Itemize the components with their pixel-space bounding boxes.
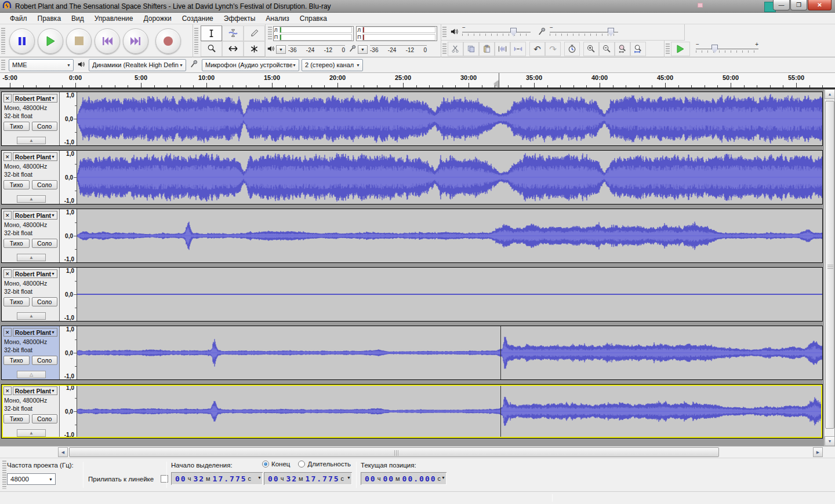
zoom-selection-button[interactable] [615,42,630,56]
track-waveform[interactable] [77,151,822,204]
menu-item-view[interactable]: Вид [66,13,89,24]
track-solo-button[interactable]: Соло [32,356,58,365]
track-waveform[interactable] [77,385,822,438]
playback-device-dropdown[interactable]: Динамики (Realtek High Defin▼ [89,59,186,71]
menu-item-help[interactable]: Справка [295,13,332,24]
recording-channels-dropdown[interactable]: 2 (стерео) канал▼ [302,59,363,71]
horizontal-scrollbar[interactable]: ◀ ▶ [0,446,835,458]
timeshift-tool-button[interactable] [222,41,244,57]
toolbar-grip[interactable] [442,43,446,55]
track-title-dropdown[interactable]: Robert Plant ▼ [13,386,57,395]
recording-meter[interactable]: Л П [356,26,437,41]
forward-button[interactable] [123,28,148,54]
track-vertical-ruler[interactable]: 1,0 0,0 -1,0 [60,385,77,438]
current-position-field[interactable]: 00ч00м00.000с▼ [361,472,446,485]
track-solo-button[interactable]: Соло [32,239,58,248]
play-at-speed-button[interactable] [671,42,690,56]
undo-button[interactable]: ↶ [529,42,545,56]
track-mute-button[interactable]: Тихо [3,297,30,306]
track-title-dropdown[interactable]: Robert Plant ▼ [13,211,57,220]
redo-button[interactable]: ↷ [545,42,561,56]
toolbar-grip[interactable] [2,461,6,489]
zoom-fit-button[interactable] [630,42,646,56]
close-button[interactable]: ✕ [808,0,832,10]
recording-device-dropdown[interactable]: Микрофон (Аудио устройстве▼ [202,59,299,71]
track-title-dropdown[interactable]: Robert Plant ▼ [13,152,57,161]
track-collapse-button[interactable]: ▲ [17,312,46,320]
zoom-in-button[interactable] [583,42,599,56]
recording-meter-dropdown[interactable]: ▼ [358,45,368,54]
track-collapse-button[interactable]: ▲ [17,137,46,144]
track-close-button[interactable]: ✕ [3,269,12,278]
menu-item-analyze[interactable]: Анализ [260,13,295,24]
selection-start-field[interactable]: 00ч32м17.775с▼ [171,472,263,485]
zoom-tool-button[interactable] [201,41,222,57]
input-volume-slider[interactable]: − [550,27,618,38]
track-vertical-ruler[interactable]: 1,0 0,0 -1,0 [60,92,77,145]
track-collapse-button[interactable]: ▲ [17,429,46,437]
time-format-dropdown[interactable]: ▼ [257,476,262,480]
scroll-up-arrow[interactable]: ▲ [825,89,835,99]
track-collapse-button[interactable]: ▲ [17,195,46,203]
toolbar-grip[interactable] [268,27,272,41]
copy-button[interactable] [463,42,479,56]
track-waveform[interactable] [77,209,822,262]
paste-button[interactable] [479,42,495,56]
pause-button[interactable] [9,28,35,54]
track-solo-button[interactable]: Соло [32,122,58,131]
track-close-button[interactable]: ✕ [3,94,12,103]
play-button[interactable] [38,28,63,54]
track-solo-button[interactable]: Соло [32,414,58,423]
track-mute-button[interactable]: Тихо [3,239,30,248]
zoom-out-button[interactable] [599,42,615,56]
sync-lock-button[interactable] [564,42,580,56]
menu-item-generate[interactable]: Создание [177,13,219,24]
menu-item-edit[interactable]: Правка [32,13,67,24]
track-vertical-ruler[interactable]: 1,0 0,0 -1,0 [60,151,77,204]
track-solo-button[interactable]: Соло [32,180,58,189]
audio-host-dropdown[interactable]: MME▼ [9,59,74,71]
track-waveform[interactable] [77,92,822,145]
multi-tool-button[interactable] [244,41,265,57]
vertical-scroll-thumb[interactable] [825,101,834,429]
time-format-dropdown[interactable]: ▼ [441,476,445,480]
toolbar-grip[interactable] [1,28,5,54]
track-waveform[interactable] [77,268,822,321]
timeline-ruler[interactable]: -5:000:005:0010:0015:0020:0025:0030:0035… [0,73,835,89]
cut-button[interactable] [448,42,463,56]
track-title-dropdown[interactable]: Robert Plant ▼ [13,94,57,103]
vertical-scrollbar[interactable]: ▲ ▼ [824,89,834,446]
output-volume-slider[interactable]: − [462,27,531,38]
playback-meter-dropdown[interactable]: ▼ [276,45,286,54]
track-mute-button[interactable]: Тихо [3,180,30,189]
track-close-button[interactable]: ✕ [3,152,12,161]
track-collapse-button[interactable]: △ [17,371,46,378]
envelope-tool-button[interactable] [222,25,244,41]
radio-end-icon[interactable] [262,461,269,468]
record-button[interactable] [155,28,181,54]
silence-audio-button[interactable] [510,42,526,56]
horizontal-scroll-thumb[interactable] [69,447,719,457]
track-close-button[interactable]: ✕ [3,386,12,395]
restore-button[interactable]: ❐ [790,0,807,10]
track-mute-button[interactable]: Тихо [3,122,30,131]
track-title-dropdown[interactable]: Robert Plant ▼ [13,269,57,278]
radio-length[interactable]: Длительность [298,461,351,468]
radio-end[interactable]: Конец [262,461,290,468]
track-vertical-ruler[interactable]: 1,0 0,0 -1,0 [60,268,77,321]
playback-meter[interactable]: Л П [273,26,354,41]
track-title-dropdown[interactable]: Robert Plant ▼ [13,328,57,337]
track-close-button[interactable]: ✕ [3,328,12,337]
track-waveform[interactable] [77,326,822,379]
toolbar-grip[interactable] [1,60,5,70]
stop-button[interactable] [66,28,92,54]
snap-to-checkbox[interactable] [161,475,168,483]
scroll-right-arrow[interactable]: ▶ [813,447,823,457]
track-close-button[interactable]: ✕ [3,211,12,220]
time-format-dropdown[interactable]: ▼ [347,476,351,480]
trim-audio-button[interactable] [495,42,510,56]
menu-item-transport[interactable]: Управление [89,13,139,24]
toolbar-grip[interactable] [442,27,446,38]
rewind-button[interactable] [95,28,120,54]
scroll-down-arrow[interactable]: ▼ [825,436,835,446]
